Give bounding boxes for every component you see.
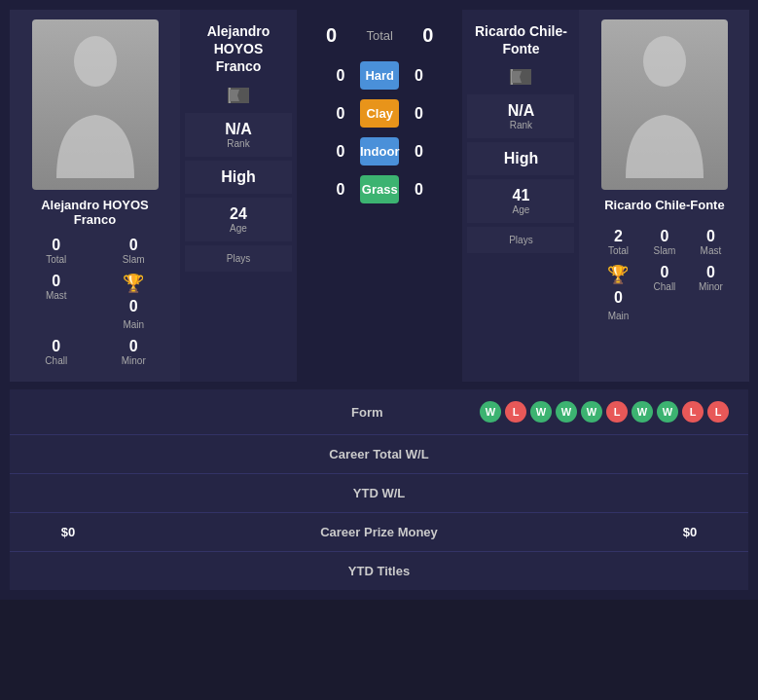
player1-high-value: High [189, 168, 288, 186]
player1-age-label: Age [189, 223, 288, 234]
player1-mast-value: 0 [52, 273, 60, 290]
player2-main-value: 0 [614, 289, 623, 307]
player1-chall-value: 0 [52, 338, 60, 355]
player2-age-block: 41 Age [467, 179, 574, 223]
player2-slam-cell: 0 Slam [652, 226, 678, 258]
player2-mast-value: 0 [706, 228, 715, 245]
player1-plays-block: Plays [185, 245, 292, 272]
player2-mast-label: Mast [701, 245, 722, 256]
player2-card: Ricardo Chile-Fonte 2 Total 0 Slam 0 Mas… [579, 10, 749, 382]
hard-right: 0 [404, 67, 433, 85]
player1-slam-label: Slam [123, 254, 145, 265]
prize-row: $0 Career Prize Money $0 [10, 513, 748, 552]
court-hard-btn: Hard [360, 61, 399, 90]
ytd-titles-row: YTD Titles [10, 552, 748, 590]
form-badge-9: L [707, 401, 729, 423]
player2-mast-cell: 0 Mast [681, 226, 740, 258]
player2-avatar [601, 19, 728, 190]
player2-flag [510, 69, 531, 89]
player2-plays-label: Plays [471, 235, 570, 245]
player1-slam-value: 0 [129, 237, 138, 254]
player2-chall-cell: 0 Chall [652, 262, 678, 323]
form-badge-5: L [606, 401, 628, 423]
clay-left: 0 [326, 105, 355, 123]
form-row: Form W L W W W L W W L L [10, 389, 748, 435]
prize-label: Career Prize Money [107, 525, 651, 539]
clay-right: 0 [404, 105, 433, 123]
player1-total-cell: 0 Total [19, 235, 93, 267]
player1-stats: 0 Total 0 Slam 0 Mast 🏆 0 Main 0 [19, 235, 170, 368]
player1-rank-value: N/A [189, 121, 288, 138]
total-left: 0 [326, 24, 337, 47]
form-badge-6: W [632, 401, 653, 423]
player1-middle: Alejandro HOYOS Franco N/A Rank High 24 … [180, 10, 297, 382]
court-clay-row: 0 Clay 0 [307, 94, 452, 132]
player2-rank-block: N/A Rank [467, 94, 574, 138]
player2-chall-label: Chall [654, 281, 676, 292]
court-grass-btn: Grass [360, 175, 399, 203]
player2-main-label: Main [608, 311, 630, 321]
player2-total-label: Total [608, 245, 629, 256]
bottom-rows: Form W L W W W L W W L L Career Total W/… [10, 389, 748, 590]
career-wl-label: Career Total W/L [263, 447, 496, 461]
player2-trophy-icon: 🏆 [607, 264, 629, 285]
form-badge-7: W [657, 401, 678, 423]
player2-trophy-cell: 🏆 0 Main [589, 262, 647, 323]
grass-right: 0 [404, 181, 433, 199]
player1-flag [228, 88, 249, 107]
court-hard-row: 0 Hard 0 [307, 56, 452, 94]
player1-trophy-icon: 🏆 [123, 273, 144, 294]
player1-chall-label: Chall [45, 355, 67, 366]
player1-rank-block: N/A Rank [185, 113, 292, 157]
player2-slam-label: Slam [654, 245, 676, 256]
player1-plays-label: Plays [189, 253, 288, 264]
player2-minor-value: 0 [706, 264, 715, 281]
court-clay-btn: Clay [360, 99, 399, 128]
player2-total-cell: 2 Total [589, 226, 647, 258]
ytd-wl-row: YTD W/L [10, 474, 748, 513]
player1-minor-label: Minor [122, 355, 146, 366]
form-badge-1: L [505, 401, 526, 423]
player1-card: Alejandro HOYOS Franco 0 Total 0 Slam 0 … [10, 10, 180, 382]
form-badge-4: W [581, 401, 602, 423]
player2-rank-value: N/A [471, 102, 570, 120]
svg-point-5 [643, 36, 686, 87]
player2-minor-cell: 0 Minor [681, 262, 740, 323]
svg-point-0 [74, 36, 117, 87]
player1-minor-value: 0 [129, 338, 138, 355]
player1-avatar [32, 19, 159, 190]
player1-age-value: 24 [189, 205, 288, 223]
player1-main-label: Main [123, 319, 144, 330]
player1-total-value: 0 [52, 237, 60, 254]
form-badge-2: W [530, 401, 552, 423]
player2-high-block: High [467, 142, 574, 175]
player2-name: Ricardo Chile-Fonte [604, 198, 725, 212]
player1-age-block: 24 Age [185, 198, 292, 241]
indoor-left: 0 [326, 143, 355, 161]
top-section: Alejandro HOYOS Franco 0 Total 0 Slam 0 … [10, 10, 748, 382]
court-indoor-row: 0 Indoor 0 [307, 132, 452, 170]
court-indoor-btn: Indoor [360, 137, 399, 166]
player2-chall-value: 0 [660, 264, 668, 281]
indoor-right: 0 [404, 143, 433, 161]
form-badge-8: L [682, 401, 704, 423]
player1-main-value: 0 [129, 298, 138, 315]
player2-age-value: 41 [471, 187, 570, 204]
player1-header-name: Alejandro HOYOS Franco [185, 15, 292, 84]
hard-left: 0 [326, 67, 355, 85]
player2-middle: Ricardo Chile-Fonte N/A Rank High 41 Age [462, 10, 579, 382]
player2-plays-block: Plays [467, 227, 574, 253]
center-section: 0 Total 0 0 Hard 0 0 Clay 0 0 Indoor 0 0 [297, 10, 462, 382]
player1-slam-cell: 0 Slam [97, 235, 171, 267]
player1-mast-label: Mast [46, 290, 67, 301]
player1-high-block: High [185, 161, 292, 194]
form-badge-0: W [480, 401, 501, 423]
player1-mast-cell: 0 Mast [19, 271, 93, 332]
career-wl-row: Career Total W/L [10, 435, 748, 474]
player1-rank-label: Rank [189, 138, 288, 149]
player2-slam-value: 0 [660, 228, 668, 245]
main-container: Alejandro HOYOS Franco 0 Total 0 Slam 0 … [0, 0, 758, 600]
prize-right: $0 [651, 525, 729, 539]
form-badges: W L W W W L W W L L [480, 401, 729, 423]
ytd-wl-label: YTD W/L [263, 486, 496, 500]
